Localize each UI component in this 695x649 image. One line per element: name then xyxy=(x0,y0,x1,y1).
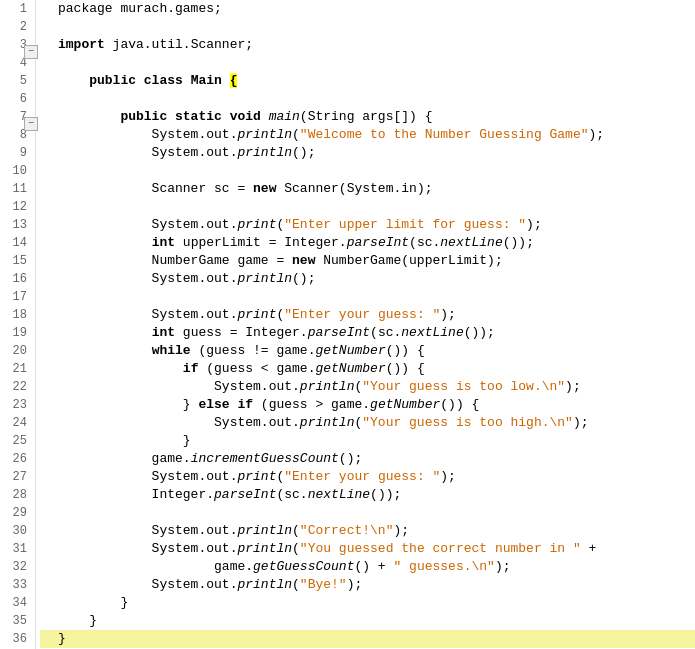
token: import xyxy=(58,37,105,52)
token: System.out. xyxy=(58,379,300,394)
token: public static void xyxy=(58,109,269,124)
token: ); xyxy=(440,307,456,322)
token: getGuessCount xyxy=(253,559,354,574)
token: println xyxy=(300,415,355,430)
token: nextLine xyxy=(401,325,463,340)
token: } xyxy=(58,433,191,448)
token: getNumber xyxy=(315,343,385,358)
code-line: int guess = Integer.parseInt(sc.nextLine… xyxy=(40,324,695,342)
code-tokens: } xyxy=(58,594,128,612)
code-line: System.out.print("Enter your guess: "); xyxy=(40,306,695,324)
token: int xyxy=(152,325,175,340)
code-line xyxy=(40,54,695,72)
fold-icon[interactable]: − xyxy=(24,117,38,131)
code-line: public class Main { xyxy=(40,72,695,90)
token: "Enter upper limit for guess: " xyxy=(284,217,526,232)
token: ); xyxy=(589,127,605,142)
token: println xyxy=(300,379,355,394)
token: "Enter your guess: " xyxy=(284,469,440,484)
token: ()); xyxy=(503,235,534,250)
token: guess = Integer. xyxy=(175,325,308,340)
code-editor: 1234567891011121314151617181920212223242… xyxy=(0,0,695,649)
token: } xyxy=(58,595,128,610)
token: incrementGuessCount xyxy=(191,451,339,466)
line-number: 9 xyxy=(8,144,27,162)
token: parseInt xyxy=(308,325,370,340)
token xyxy=(58,235,152,250)
code-line: game.getGuessCount() + " guesses.\n"); xyxy=(40,558,695,576)
code-line: Scanner sc = new Scanner(System.in); xyxy=(40,180,695,198)
token: ); xyxy=(440,469,456,484)
code-line: System.out.println("You guessed the corr… xyxy=(40,540,695,558)
code-line: game.incrementGuessCount(); xyxy=(40,450,695,468)
code-tokens: } xyxy=(58,612,97,630)
token: System.out. xyxy=(58,469,237,484)
line-number: 5 xyxy=(8,72,27,90)
token: ); xyxy=(393,523,409,538)
code-line: −import java.util.Scanner; xyxy=(40,36,695,54)
code-line: if (guess < game.getNumber()) { xyxy=(40,360,695,378)
code-tokens: System.out.print("Enter upper limit for … xyxy=(58,216,542,234)
code-tokens: int upperLimit = Integer.parseInt(sc.nex… xyxy=(58,234,534,252)
token: ()); xyxy=(464,325,495,340)
code-tokens: System.out.println("Welcome to the Numbe… xyxy=(58,126,604,144)
token: System.out. xyxy=(58,577,237,592)
code-line: System.out.println(); xyxy=(40,270,695,288)
line-number: 13 xyxy=(8,216,27,234)
token xyxy=(58,325,152,340)
token: } xyxy=(58,631,66,646)
token: nextLine xyxy=(440,235,502,250)
line-number: 29 xyxy=(8,504,27,522)
code-tokens: } xyxy=(58,630,66,648)
code-line: System.out.print("Enter upper limit for … xyxy=(40,216,695,234)
token: println xyxy=(237,145,292,160)
line-number: 32 xyxy=(8,558,27,576)
code-line xyxy=(40,18,695,36)
code-line: NumberGame game = new NumberGame(upperLi… xyxy=(40,252,695,270)
code-tokens: if (guess < game.getNumber()) { xyxy=(58,360,425,378)
token: int xyxy=(152,235,175,250)
token: NumberGame game = xyxy=(58,253,292,268)
line-number: 14 xyxy=(8,234,27,252)
token: System.out. xyxy=(58,217,237,232)
token: ); xyxy=(565,379,581,394)
token: System.out. xyxy=(58,271,237,286)
token: (guess > game. xyxy=(253,397,370,412)
token: new xyxy=(292,253,315,268)
token: System.out. xyxy=(58,307,237,322)
token: println xyxy=(237,577,292,592)
code-tokens: game.incrementGuessCount(); xyxy=(58,450,362,468)
code-tokens: System.out.println("Your guess is too hi… xyxy=(58,414,589,432)
token: public class xyxy=(58,73,191,88)
code-line xyxy=(40,162,695,180)
token: (guess < game. xyxy=(198,361,315,376)
line-number: 34 xyxy=(8,594,27,612)
token: "Your guess is too high.\n" xyxy=(362,415,573,430)
code-tokens: public static void main(String args[]) { xyxy=(58,108,432,126)
line-number: 2 xyxy=(8,18,27,36)
token: ); xyxy=(495,559,511,574)
token: "Enter your guess: " xyxy=(284,307,440,322)
token: println xyxy=(237,271,292,286)
line-numbers: 1234567891011121314151617181920212223242… xyxy=(0,0,36,649)
code-line xyxy=(40,504,695,522)
code-line xyxy=(40,288,695,306)
token: + xyxy=(581,541,597,556)
code-line: } xyxy=(40,594,695,612)
line-number: 16 xyxy=(8,270,27,288)
fold-icon[interactable]: − xyxy=(24,45,38,59)
line-number: 26 xyxy=(8,450,27,468)
code-line: System.out.println("Correct!\n"); xyxy=(40,522,695,540)
token: "Welcome to the Number Guessing Game" xyxy=(300,127,589,142)
code-line: System.out.println("Bye!"); xyxy=(40,576,695,594)
token: println xyxy=(237,523,292,538)
token: println xyxy=(237,541,292,556)
token: getNumber xyxy=(370,397,440,412)
line-number: 10 xyxy=(8,162,27,180)
token: (sc. xyxy=(370,325,401,340)
token: "You guessed the correct number in " xyxy=(300,541,581,556)
code-line: } xyxy=(40,432,695,450)
token: ()) { xyxy=(386,361,425,376)
token: System.out. xyxy=(58,541,237,556)
line-number: 25 xyxy=(8,432,27,450)
